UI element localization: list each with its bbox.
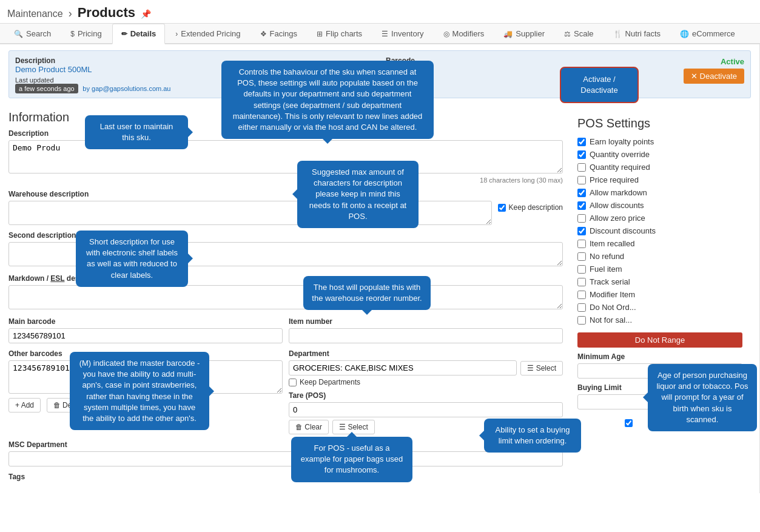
pricing-tab-icon: $	[70, 30, 75, 38]
second-desc-textarea[interactable]	[8, 242, 563, 266]
description-textarea[interactable]: Demo Produ	[8, 140, 563, 173]
price-required-checkbox[interactable]	[577, 176, 586, 184]
deactivate-button[interactable]: Deactivate	[684, 69, 744, 84]
tab-ecommerce-label: eCommerce	[692, 29, 735, 38]
tare-row	[289, 402, 563, 417]
earn-loyalty-checkbox[interactable]	[577, 138, 586, 146]
do-not-range-button[interactable]: Do Not Range	[577, 332, 742, 348]
markdown-esl-textarea[interactable]	[8, 285, 563, 309]
modifier-item-label: Modifier Item	[590, 290, 635, 299]
barcode-item-row: Main barcode Item number	[8, 317, 563, 349]
allow-markdown-checkbox[interactable]	[577, 189, 586, 197]
pos-settings-title: POS Settings	[577, 116, 742, 130]
modifier-item-checkbox[interactable]	[577, 291, 586, 299]
pin-icon: 📌	[141, 9, 151, 19]
allow-zero-price-checkbox[interactable]	[577, 214, 586, 223]
select-tare-button[interactable]: Select	[332, 420, 375, 434]
tab-modifiers[interactable]: ◎ Modifiers	[434, 24, 494, 43]
description-header-value: Demo Product 500ML	[15, 65, 374, 74]
add-barcode-button[interactable]: Add	[8, 398, 41, 412]
tare-input[interactable]	[289, 402, 563, 417]
info-header: Description Demo Product 500ML Last upda…	[8, 50, 751, 98]
main-panel: Description Demo Product 500ML Last upda…	[0, 44, 760, 493]
last-updated-row: a few seconds ago by gap@gapsolutions.co…	[15, 84, 374, 93]
department-input[interactable]	[289, 360, 517, 375]
breadcrumb-current: Products	[78, 5, 135, 20]
keep-description-checkbox[interactable]	[498, 204, 506, 212]
allow-discounts-checkbox[interactable]	[577, 201, 586, 210]
earn-loyalty-label: Earn loyalty points	[590, 137, 654, 146]
tab-flip-charts[interactable]: ⊞ Flip charts	[308, 24, 371, 43]
tab-flip-charts-label: Flip charts	[326, 29, 362, 38]
checkbox-do-not-ord: Do Not Ord...	[577, 301, 742, 314]
esl-underline: ESL	[50, 274, 64, 283]
msc-dept-label: MSC Department	[8, 440, 563, 449]
description-col: Description Demo Product 500ML Last upda…	[15, 56, 374, 93]
no-refund-checkbox[interactable]	[577, 252, 586, 261]
description-label: Description	[8, 129, 563, 138]
track-serial-checkbox[interactable]	[577, 278, 586, 286]
last-updated: Last updated	[15, 76, 374, 84]
tab-scale[interactable]: ⚖ Scale	[555, 24, 603, 43]
ignore-buying-row: Ignore Other Buying Limits ℹ	[577, 414, 742, 431]
tab-ecommerce[interactable]: 🌐 eCommerce	[671, 24, 744, 43]
tab-modifiers-label: Modifiers	[452, 29, 485, 38]
keep-departments-checkbox[interactable]	[289, 379, 297, 386]
clear-button[interactable]: Clear	[289, 420, 329, 434]
tab-extended-pricing[interactable]: › Extended Pricing	[166, 24, 249, 43]
keep-dept-row: Keep Departments	[289, 378, 563, 386]
qty-override-checkbox[interactable]	[577, 150, 586, 159]
warehouse-desc-textarea[interactable]	[8, 201, 492, 225]
breadcrumb-parent: Maintenance	[7, 8, 63, 19]
checkbox-qty-override: Quantity override	[577, 148, 742, 161]
main-barcode-input[interactable]	[8, 328, 283, 343]
discount-discounts-checkbox[interactable]	[577, 227, 586, 235]
other-barcodes-textarea[interactable]: 123456789101 (M)	[8, 360, 283, 394]
tare-label: Tare (POS)	[289, 391, 563, 400]
keep-dept-label: Keep Departments	[300, 378, 360, 386]
minimum-age-input[interactable]	[577, 363, 742, 379]
tags-label: Tags	[8, 473, 563, 481]
char-count: 18 characters long (30 max)	[8, 177, 563, 184]
discount-discounts-label: Discount discounts	[590, 226, 656, 235]
qty-override-label: Quantity override	[590, 150, 650, 159]
tab-search[interactable]: 🔍 Search	[5, 24, 60, 43]
inventory-icon: ☰	[382, 30, 388, 38]
tab-details[interactable]: ✏ Details	[112, 24, 166, 44]
item-number-group: Item number	[289, 317, 563, 343]
item-recalled-checkbox[interactable]	[577, 240, 586, 248]
tab-nutri-facts[interactable]: 🍴 Nutri facts	[604, 24, 670, 43]
scale-icon: ⚖	[564, 30, 571, 38]
qty-required-checkbox[interactable]	[577, 163, 586, 172]
active-section: Active Deactivate	[684, 57, 744, 84]
fuel-item-checkbox[interactable]	[577, 265, 586, 274]
do-not-ord-checkbox[interactable]	[577, 303, 586, 312]
delete-barcode-button[interactable]: Delete	[47, 398, 90, 412]
allow-markdown-label: Allow markdown	[590, 188, 647, 197]
page-header: Maintenance › Products 📌	[0, 0, 760, 24]
tab-inventory[interactable]: ☰ Inventory	[372, 24, 432, 43]
tab-supplier-label: Supplier	[516, 29, 545, 38]
tab-supplier[interactable]: 🚚 Supplier	[494, 24, 554, 43]
breadcrumb: Maintenance › Products 📌	[7, 5, 753, 21]
dept-row: Select	[289, 360, 563, 375]
buying-limit-input[interactable]	[577, 394, 742, 409]
tab-facings[interactable]: ❖ Facings	[251, 24, 307, 43]
ignore-buying-checkbox[interactable]	[577, 419, 680, 427]
tab-details-label: Details	[130, 29, 156, 38]
active-label: Active	[684, 57, 744, 66]
item-number-input[interactable]	[289, 328, 563, 343]
checkbox-qty-required: Quantity required	[577, 161, 742, 173]
not-for-sale-checkbox[interactable]	[577, 316, 586, 325]
checkbox-earn-loyalty: Earn loyalty points	[577, 135, 742, 148]
right-bottom-section: Do Not Range Minimum Age Buying Limit Ig…	[577, 332, 742, 431]
tab-pricing[interactable]: $ Pricing	[61, 24, 110, 43]
select-dept-button[interactable]: Select	[520, 361, 563, 375]
pos-settings-section: POS Settings Earn loyalty points Quantit…	[569, 104, 751, 487]
supplier-icon: 🚚	[503, 30, 513, 38]
breadcrumb-arrow: ›	[69, 7, 75, 19]
tare-buttons: Clear Select	[289, 420, 563, 434]
information-section: Information Description Demo Produ 18 ch…	[8, 104, 563, 487]
msc-dept-input[interactable]	[8, 451, 563, 466]
ecommerce-icon: 🌐	[680, 30, 689, 38]
